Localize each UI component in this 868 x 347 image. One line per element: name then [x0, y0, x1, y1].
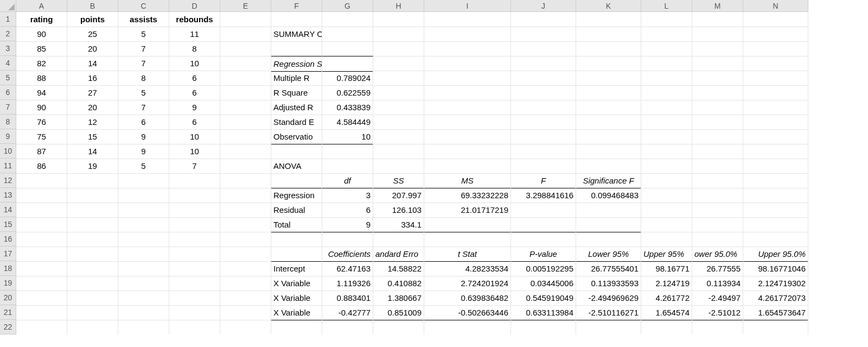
cell-H11[interactable]: [373, 159, 424, 174]
cell-D20[interactable]: [169, 291, 220, 306]
cell-H9[interactable]: [373, 129, 424, 144]
cell-K4[interactable]: [576, 56, 641, 71]
cell-G7[interactable]: 0.433839: [322, 100, 373, 115]
cell-G21[interactable]: -0.42777: [322, 305, 373, 320]
cell-H7[interactable]: [373, 100, 424, 115]
cell-F7[interactable]: Adjusted R: [271, 100, 322, 115]
cell-A5[interactable]: 88: [16, 71, 67, 86]
cell-C4[interactable]: 7: [118, 56, 169, 71]
cell-L9[interactable]: [641, 129, 692, 144]
cell-D18[interactable]: [169, 261, 220, 276]
cell-H5[interactable]: [373, 71, 424, 86]
cell-D15[interactable]: [169, 217, 220, 232]
cell-E15[interactable]: [220, 217, 271, 232]
cell-L7[interactable]: [641, 100, 692, 115]
cell-A22[interactable]: [16, 320, 67, 335]
cell-B21[interactable]: [67, 305, 118, 320]
cell-I13[interactable]: 69.33232228: [424, 188, 511, 203]
cell-C6[interactable]: 5: [118, 85, 169, 100]
cell-E8[interactable]: [220, 115, 271, 130]
cell-I15[interactable]: [424, 217, 511, 232]
cell-D7[interactable]: 9: [169, 100, 220, 115]
cell-H18[interactable]: 14.58822: [373, 261, 424, 276]
cell-E13[interactable]: [220, 188, 271, 203]
cell-G15[interactable]: 9: [322, 217, 373, 232]
cell-N5[interactable]: [743, 71, 808, 86]
cell-N4[interactable]: [743, 56, 808, 71]
cell-E2[interactable]: [220, 27, 271, 42]
column-header[interactable]: A: [16, 0, 67, 12]
cell-L8[interactable]: [641, 115, 692, 130]
cell-K3[interactable]: [576, 41, 641, 56]
cell-K17[interactable]: Lower 95%: [576, 247, 641, 262]
cell-B5[interactable]: 16: [67, 71, 118, 86]
cell-B10[interactable]: 14: [67, 144, 118, 159]
cell-G8[interactable]: 4.584449: [322, 115, 373, 130]
cell-A2[interactable]: 90: [16, 27, 67, 42]
cell-D5[interactable]: 6: [169, 71, 220, 86]
cell-J5[interactable]: [511, 71, 576, 86]
row-header[interactable]: 4: [0, 56, 16, 71]
cell-B9[interactable]: 15: [67, 129, 118, 144]
cell-B11[interactable]: 19: [67, 159, 118, 174]
cell-L14[interactable]: [641, 203, 692, 218]
cell-D22[interactable]: [169, 320, 220, 335]
row-header[interactable]: 16: [0, 232, 16, 247]
cell-A8[interactable]: 76: [16, 115, 67, 130]
cell-K12[interactable]: Significance F: [576, 173, 641, 188]
cell-N3[interactable]: [743, 41, 808, 56]
cell-J21[interactable]: 0.633113984: [511, 305, 576, 320]
cell-F11[interactable]: ANOVA: [271, 159, 322, 174]
cell-F19[interactable]: X Variable: [271, 276, 322, 291]
column-header[interactable]: D: [169, 0, 220, 12]
row-header[interactable]: 15: [0, 217, 16, 232]
cell-F21[interactable]: X Variable: [271, 305, 322, 320]
cell-I5[interactable]: [424, 71, 511, 86]
cell-N16[interactable]: [743, 232, 808, 247]
cell-C7[interactable]: 7: [118, 100, 169, 115]
cell-K9[interactable]: [576, 129, 641, 144]
cell-M15[interactable]: [692, 217, 743, 232]
cell-F12[interactable]: [271, 173, 322, 188]
cell-E17[interactable]: [220, 247, 271, 262]
cell-B20[interactable]: [67, 291, 118, 306]
cell-G6[interactable]: 0.622559: [322, 85, 373, 100]
cell-M3[interactable]: [692, 41, 743, 56]
row-header[interactable]: 12: [0, 173, 16, 188]
cell-M10[interactable]: [692, 144, 743, 159]
cell-I2[interactable]: [424, 27, 511, 42]
column-header[interactable]: G: [322, 0, 373, 12]
cell-E10[interactable]: [220, 144, 271, 159]
cell-D4[interactable]: 10: [169, 56, 220, 71]
cell-C22[interactable]: [118, 320, 169, 335]
cell-B17[interactable]: [67, 247, 118, 262]
cell-H19[interactable]: 0.410882: [373, 276, 424, 291]
cell-K14[interactable]: [576, 203, 641, 218]
cell-H17[interactable]: andard Erro: [373, 247, 424, 262]
cell-F20[interactable]: X Variable: [271, 291, 322, 306]
cell-F5[interactable]: Multiple R: [271, 71, 322, 86]
cell-E4[interactable]: [220, 56, 271, 71]
cell-A9[interactable]: 75: [16, 129, 67, 144]
cell-K1[interactable]: [576, 12, 641, 27]
row-header[interactable]: 17: [0, 247, 16, 261]
spreadsheet-grid[interactable]: ABCDEFGHIJKLMN1ratingpointsassistsreboun…: [0, 0, 868, 335]
cell-E12[interactable]: [220, 173, 271, 188]
cell-N18[interactable]: 98.16771046: [743, 261, 808, 276]
cell-N11[interactable]: [743, 159, 808, 174]
cell-J15[interactable]: [511, 217, 576, 232]
cell-M5[interactable]: [692, 71, 743, 86]
cell-H15[interactable]: 334.1: [373, 217, 424, 232]
cell-L3[interactable]: [641, 41, 692, 56]
cell-D2[interactable]: 11: [169, 27, 220, 42]
cell-G20[interactable]: 0.883401: [322, 291, 373, 306]
cell-I14[interactable]: 21.01717219: [424, 203, 511, 218]
cell-A11[interactable]: 86: [16, 159, 67, 174]
cell-H14[interactable]: 126.103: [373, 203, 424, 218]
cell-K20[interactable]: -2.494969629: [576, 291, 641, 306]
cell-N1[interactable]: [743, 12, 808, 27]
cell-I6[interactable]: [424, 85, 511, 100]
cell-H20[interactable]: 1.380667: [373, 291, 424, 306]
cell-L15[interactable]: [641, 217, 692, 232]
cell-K8[interactable]: [576, 115, 641, 130]
